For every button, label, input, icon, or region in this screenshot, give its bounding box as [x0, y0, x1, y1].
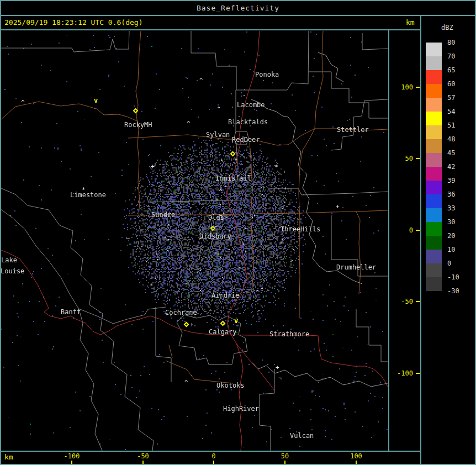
right-axis-tick-mark: [416, 87, 420, 88]
colorbar-tick-label: 60: [447, 81, 455, 87]
colorbar-swatch: [426, 277, 442, 291]
city-label: Sundre: [151, 212, 175, 218]
town-marker: +: [336, 204, 340, 210]
colorbar-tick-label: -10: [447, 274, 459, 281]
right-axis-tick-label: 50: [389, 155, 413, 162]
city-label: Ponoka: [255, 71, 279, 78]
city-label: Lacombe: [237, 102, 265, 108]
county-boundary-line: [309, 72, 388, 118]
secondary-road-line: [299, 129, 315, 318]
window-title: Base_Reflectivity: [0, 4, 476, 12]
city-label: Strathmore: [269, 331, 309, 337]
colorbar-tick-label: 54: [447, 108, 455, 115]
secondary-road-line: [298, 210, 388, 213]
colorbar-swatch: [426, 43, 442, 56]
bottom-axis-unit-label: km: [4, 453, 13, 461]
town-marker: ^: [199, 77, 203, 83]
bottom-axis-tick-label: 100: [340, 453, 373, 459]
county-boundary-line: [80, 307, 166, 324]
bottom-axis-tick-label: 50: [268, 453, 302, 459]
town-marker: ^: [234, 158, 238, 164]
colorbar-tick-label: 42: [447, 163, 455, 170]
colorbar-tick-label: 10: [447, 246, 455, 253]
colorbar-swatch: [426, 56, 442, 70]
colorbar-swatch: [426, 236, 442, 250]
colorbar-swatch: [426, 250, 442, 263]
city-label: Airdrie: [211, 292, 240, 299]
colorbar-tick-label: 45: [447, 150, 455, 156]
colorbar-swatch: [426, 194, 442, 208]
colorbar-swatch: [426, 98, 442, 112]
colorbar-tick-label: 39: [447, 177, 455, 184]
county-boundary-line: [1, 31, 129, 52]
city-label: ThreeHills: [281, 226, 320, 232]
bottom-axis-tick-label: 0: [197, 453, 230, 459]
colorbar-tick-label: 57: [447, 94, 455, 101]
city-label: Olds: [208, 214, 224, 221]
county-boundary-line: [271, 188, 388, 195]
colorbar-tick-label: 48: [447, 136, 455, 142]
colorbar-tick-label: 80: [447, 39, 455, 46]
town-marker: ^: [260, 287, 264, 293]
right-axis-tick-mark: [416, 301, 420, 302]
highway-line: [230, 335, 388, 387]
right-axis-tick-mark: [416, 158, 420, 159]
town-marker: ^: [21, 99, 25, 105]
town-marker: -: [237, 113, 241, 119]
county-boundary-line: [149, 200, 248, 202]
town-marker: -: [242, 92, 246, 98]
colorbar-swatch: [426, 70, 442, 84]
colorbar-tick-label: 65: [447, 67, 455, 73]
map-bottom-border: [0, 451, 421, 452]
city-label: Okotoks: [216, 382, 245, 389]
right-axis-tick-label: 100: [389, 84, 413, 91]
town-marker: +: [276, 364, 279, 371]
city-label: Didsbury: [199, 233, 231, 240]
colorbar-tick-label: 51: [447, 122, 455, 129]
highway-line: [1, 250, 229, 335]
secondary-road-line: [166, 361, 233, 383]
border-top: [0, 0, 476, 1]
secondary-road-line: [169, 345, 172, 358]
city-label: Cochrane: [165, 309, 197, 316]
river-line: [250, 360, 388, 387]
bottom-axis-tick-label: -50: [126, 453, 160, 459]
colorbar-swatch: [426, 208, 442, 222]
city-label: Louise: [1, 268, 24, 274]
city-label: Stettler: [337, 126, 369, 133]
colorbar-tick-label: 36: [447, 191, 455, 198]
map-viewport[interactable]: PonokaLacombeBlackfaldsSylvanRedDeerRock…: [1, 30, 388, 451]
city-label: Lake: [1, 257, 17, 263]
town-marker: *: [274, 164, 278, 170]
city-label: Banff: [61, 309, 81, 315]
panel-divider: [420, 15, 421, 465]
colorbar-panel: dBZ 807065605754514845423936333020100-10…: [421, 16, 476, 465]
infobar-divider: [0, 29, 421, 30]
colorbar-tick-label: 20: [447, 232, 455, 239]
right-axis-tick-label: -100: [389, 370, 413, 377]
colorbar-swatch: [426, 153, 442, 167]
map-right-border: [388, 29, 389, 452]
colorbar-swatch: [426, 222, 442, 236]
colorbar-title: dBZ: [441, 24, 453, 31]
secondary-road-line: [315, 31, 323, 129]
colorbar-swatch: [426, 263, 442, 277]
secondary-road-line: [356, 212, 361, 294]
right-axis-tick-mark: [416, 373, 420, 374]
city-label: Blackfalds: [228, 119, 268, 125]
county-boundary-line: [1, 209, 102, 451]
town-marker: +: [151, 163, 155, 170]
colorbar-swatch: [426, 84, 442, 98]
city-label: Vulcan: [290, 432, 314, 439]
colorbar-swatch: [426, 167, 442, 181]
city-label: Limestone: [70, 192, 106, 198]
bottom-axis-tick-label: -100: [55, 453, 88, 459]
colorbar-tick-label: 0: [447, 260, 451, 267]
radar-application-window: { "window": { "title": "Base_Reflectivit…: [0, 0, 476, 465]
border-left: [0, 0, 1, 465]
county-boundary-line: [191, 31, 309, 90]
colorbar-swatch: [426, 112, 442, 125]
colorbar-tick-label: 30: [447, 219, 455, 225]
wind-marker: v: [234, 318, 238, 324]
colorbar-tick-label: 33: [447, 205, 455, 212]
